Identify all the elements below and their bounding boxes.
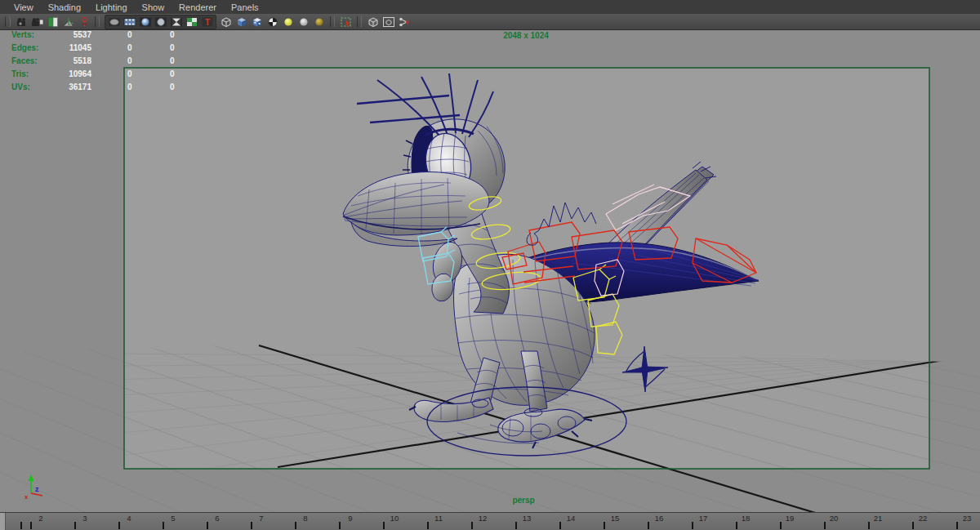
frame-number: 21 <box>874 514 883 523</box>
frame-number: 4 <box>127 514 131 523</box>
lit-sphere-icon[interactable] <box>137 16 153 29</box>
camera-icon[interactable] <box>14 16 29 29</box>
toolbar-separator <box>357 16 362 27</box>
frame-number: 18 <box>742 514 751 523</box>
cube-wireframe-icon[interactable] <box>218 16 234 29</box>
frame-number: 17 <box>699 514 708 523</box>
frame-number: 12 <box>479 514 488 523</box>
frame-number: 14 <box>567 514 576 523</box>
framed-cube-icon[interactable] <box>381 16 396 29</box>
menu-view[interactable]: View <box>7 2 41 12</box>
panel-toolbar: T <box>0 14 980 30</box>
toolbar-separator <box>330 16 335 27</box>
light-dim-icon[interactable] <box>311 16 327 29</box>
time-slider[interactable]: 2 3 4 5 6 7 8 9 10 11 12 13 14 15 16 17 … <box>0 512 980 530</box>
frame-ticks <box>0 522 980 529</box>
maya-viewport-window: View Shading Lighting Show Renderer Pane… <box>0 0 980 530</box>
frame-number: 3 <box>82 514 87 523</box>
frame-number: 19 <box>786 514 795 523</box>
xray-cube-icon[interactable] <box>365 16 381 29</box>
cube-shaded-icon[interactable] <box>234 16 249 29</box>
menu-renderer[interactable]: Renderer <box>172 2 224 12</box>
frame-number: 20 <box>830 514 839 523</box>
toolbar-grip[interactable] <box>5 16 11 27</box>
pan-zoom-icon[interactable] <box>76 16 91 29</box>
camera-name-label: persp <box>474 496 572 505</box>
panel-menu-bar: View Shading Lighting Show Renderer Pane… <box>0 0 980 14</box>
svg-text:z: z <box>35 485 39 493</box>
svg-text:T: T <box>204 17 209 26</box>
flat-sphere-icon[interactable] <box>153 16 168 29</box>
menu-show[interactable]: Show <box>135 2 172 12</box>
texture-t-icon[interactable]: T <box>199 16 215 29</box>
camera-settings-icon[interactable] <box>29 16 45 29</box>
isolate-select-icon[interactable] <box>338 16 354 29</box>
checker-ball-icon[interactable] <box>265 16 280 29</box>
frame-number: 22 <box>919 514 928 523</box>
frame-number: 9 <box>348 514 352 523</box>
menu-lighting[interactable]: Lighting <box>88 2 135 12</box>
frame-number: 11 <box>434 514 443 523</box>
checker-sphere-icon[interactable] <box>168 16 184 29</box>
frame-number: 23 <box>963 514 972 523</box>
frame-number: 15 <box>611 514 620 523</box>
frame-number: 16 <box>655 514 664 523</box>
frame-number: 10 <box>390 514 399 523</box>
resolution-gate-label: 2048 x 1024 <box>477 31 575 40</box>
viewport-3d-scene[interactable]: z x <box>0 30 980 513</box>
light-bright-icon[interactable] <box>280 16 296 29</box>
display-toggle-group: T <box>105 15 216 29</box>
gate-mask-icon[interactable] <box>106 16 122 29</box>
svg-text:x: x <box>24 493 29 501</box>
menu-shading[interactable]: Shading <box>41 2 88 12</box>
viewport-3d[interactable]: z x Verts: 5537 0 0 Edges: 11045 0 0 Fac… <box>0 30 980 513</box>
frame-number: 6 <box>215 514 219 523</box>
frame-number: 5 <box>171 514 175 523</box>
image-plane-icon[interactable] <box>60 16 76 29</box>
frame-number: 8 <box>303 514 307 523</box>
bookmark-icon[interactable] <box>45 16 60 29</box>
hypergraph-icon[interactable] <box>396 16 412 29</box>
frame-number: 7 <box>259 514 263 523</box>
frame-number: 2 <box>38 514 42 523</box>
toolbar-separator <box>95 16 100 27</box>
light-neutral-icon[interactable] <box>296 16 311 29</box>
menu-panels[interactable]: Panels <box>224 2 266 12</box>
filmstrip-icon[interactable] <box>122 16 137 29</box>
frame-number: 13 <box>523 514 532 523</box>
shadow-checker-icon[interactable] <box>184 16 199 29</box>
cube-textured-icon[interactable] <box>249 16 265 29</box>
